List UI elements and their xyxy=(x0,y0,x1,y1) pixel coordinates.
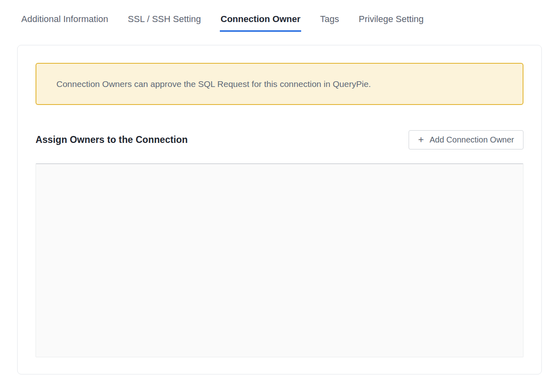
tab-bar: Additional Information SSL / SSH Setting… xyxy=(0,0,559,32)
tab-ssl-ssh-setting[interactable]: SSL / SSH Setting xyxy=(127,13,202,32)
section-heading: Assign Owners to the Connection xyxy=(36,134,188,145)
tab-additional-information[interactable]: Additional Information xyxy=(20,13,109,32)
tab-privilege-setting[interactable]: Privilege Setting xyxy=(358,13,425,32)
add-connection-owner-button-label: Add Connection Owner xyxy=(429,135,514,145)
info-alert: Connection Owners can approve the SQL Re… xyxy=(36,63,523,105)
section-header-row: Assign Owners to the Connection + Add Co… xyxy=(36,130,523,149)
tab-tags[interactable]: Tags xyxy=(319,13,340,32)
alert-text: Connection Owners can approve the SQL Re… xyxy=(56,79,371,89)
add-connection-owner-button[interactable]: + Add Connection Owner xyxy=(409,130,523,149)
owners-empty-list xyxy=(36,163,523,357)
tab-connection-owner[interactable]: Connection Owner xyxy=(220,13,302,32)
connection-owner-panel: Connection Owners can approve the SQL Re… xyxy=(17,45,542,374)
plus-icon: + xyxy=(418,135,424,145)
